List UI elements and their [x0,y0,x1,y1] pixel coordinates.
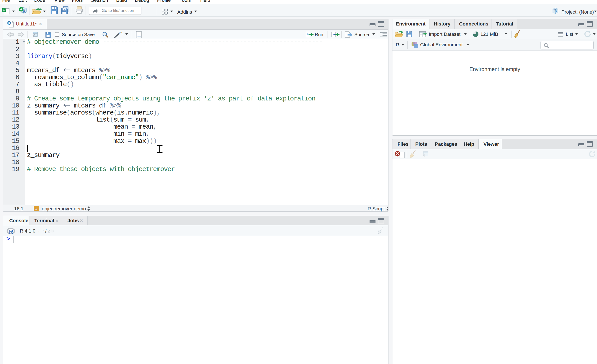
svg-text:R: R [8,22,11,25]
svg-text:R: R [9,228,13,234]
svg-text:R: R [554,9,557,13]
